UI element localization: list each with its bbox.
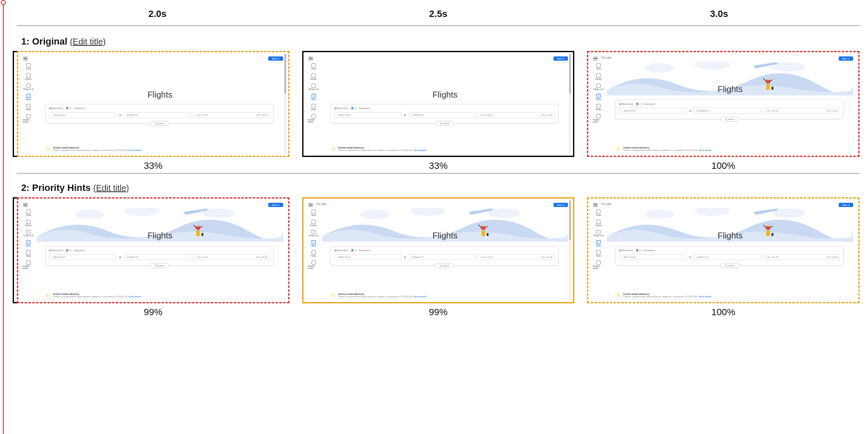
sidebar-item[interactable]: Flights — [308, 240, 320, 247]
origin-field[interactable]: ○ Where from? — [334, 112, 401, 118]
sign-in-button[interactable]: Sign in — [554, 56, 568, 61]
scrollbar[interactable] — [569, 200, 571, 300]
swap-icon[interactable]: ⇄ — [118, 256, 122, 259]
search-button[interactable]: 🔍 Search — [435, 263, 454, 268]
hamburger-icon[interactable] — [593, 57, 598, 60]
edit-title-link[interactable]: (Edit title) — [70, 37, 106, 46]
sidebar-item[interactable]: Vacation rentals — [308, 114, 320, 123]
trip-type-chip[interactable]: ⇄ Round trip ▾ — [619, 249, 633, 252]
scrollbar[interactable] — [284, 54, 287, 154]
search-button[interactable]: 🔍 Search — [435, 121, 454, 126]
hamburger-icon[interactable] — [309, 203, 313, 207]
sidebar-item[interactable]: Flights — [22, 94, 34, 101]
advisory-link[interactable]: More details — [699, 295, 712, 298]
advisory-link[interactable]: More details — [414, 149, 426, 151]
dates-field[interactable]: ▭ Fri, Oct 22Tue, Oct 26 — [763, 254, 840, 260]
sidebar-item[interactable]: Flights — [308, 94, 320, 101]
destination-field[interactable]: ◎ Where to? — [694, 254, 761, 260]
passengers-chip[interactable]: 👤 1 ▾ — [636, 103, 642, 105]
sidebar-item[interactable]: Things to do — [22, 84, 34, 90]
class-chip[interactable]: Economy ▾ — [645, 249, 655, 252]
sidebar-item[interactable]: Things to do — [593, 230, 604, 237]
hamburger-icon[interactable] — [23, 203, 28, 207]
sidebar-item[interactable]: Hotels — [22, 250, 34, 257]
sign-in-button[interactable]: Sign in — [554, 203, 568, 207]
trip-type-chip[interactable]: ⇄ Round trip ▾ — [619, 103, 633, 105]
sign-in-button[interactable]: Sign in — [268, 56, 283, 61]
advisory-link[interactable]: More details — [128, 295, 141, 298]
destination-field[interactable]: ◎ Where to? — [124, 254, 191, 260]
sidebar-item[interactable]: Vacation rentals — [593, 114, 604, 123]
swap-icon[interactable]: ⇄ — [403, 114, 407, 117]
origin-field[interactable]: ○ Where from? — [619, 108, 686, 114]
sign-in-button[interactable]: Sign in — [268, 203, 283, 207]
dates-field[interactable]: ▭ Fri, Oct 22Tue, Oct 26 — [478, 112, 555, 118]
edit-title-link[interactable]: (Edit title) — [93, 183, 129, 193]
trip-type-chip[interactable]: ⇄ Round trip ▾ — [334, 249, 348, 252]
sidebar-item[interactable]: Hotels — [593, 104, 604, 111]
sidebar-item[interactable]: Explore — [593, 220, 604, 227]
passengers-chip[interactable]: 👤 1 ▾ — [351, 107, 357, 109]
dates-field[interactable]: ▭ Fri, Oct 22Tue, Oct 26 — [478, 254, 555, 260]
trip-type-chip[interactable]: ⇄ Round trip ▾ — [334, 107, 348, 109]
sign-in-button[interactable]: Sign in — [839, 56, 853, 61]
class-chip[interactable]: Economy ▾ — [74, 249, 85, 252]
dates-field[interactable]: ▭ Fri, Oct 22Tue, Oct 26 — [192, 254, 270, 260]
swap-icon[interactable]: ⇄ — [688, 256, 692, 259]
hamburger-icon[interactable] — [23, 57, 28, 60]
swap-icon[interactable]: ⇄ — [118, 114, 122, 117]
search-button[interactable]: 🔍 Search — [720, 117, 739, 122]
sidebar-item[interactable]: Flights — [593, 240, 604, 247]
sidebar-item[interactable]: Explore — [308, 73, 320, 80]
sign-in-button[interactable]: Sign in — [839, 203, 853, 207]
filmstrip-frame[interactable]: Sign in TravelExploreThings to doFlights… — [302, 51, 575, 171]
advisory-link[interactable]: More details — [128, 149, 141, 151]
swap-icon[interactable]: ⇄ — [688, 109, 692, 112]
sidebar-item[interactable]: Hotels — [308, 104, 320, 111]
sidebar-item[interactable]: Things to do — [22, 230, 34, 237]
sidebar-item[interactable]: Vacation rentals — [593, 260, 604, 269]
destination-field[interactable]: ◎ Where to? — [694, 108, 761, 114]
origin-field[interactable]: ○ Where from? — [619, 254, 686, 260]
origin-field[interactable]: ○ Where from? — [49, 112, 116, 118]
sidebar-item[interactable]: Vacation rentals — [308, 260, 320, 269]
search-button[interactable]: 🔍 Search — [150, 121, 169, 126]
sidebar-item[interactable]: Vacation rentals — [22, 114, 34, 123]
passengers-chip[interactable]: 👤 1 ▾ — [66, 249, 72, 252]
sidebar-item[interactable]: Hotels — [593, 250, 604, 257]
sidebar-item[interactable]: Explore — [22, 73, 34, 80]
passengers-chip[interactable]: 👤 1 ▾ — [636, 249, 642, 252]
filmstrip-frame[interactable]: Sign in TravelExploreThings to doFlights… — [17, 197, 289, 318]
sidebar-item[interactable]: Vacation rentals — [22, 260, 34, 269]
scrollbar[interactable] — [569, 54, 571, 154]
sidebar-item[interactable]: Travel — [308, 63, 320, 70]
sidebar-item[interactable]: Travel — [593, 210, 604, 216]
sidebar-item[interactable]: Hotels — [308, 250, 320, 257]
class-chip[interactable]: Economy ▾ — [645, 103, 655, 105]
trip-type-chip[interactable]: ⇄ Round trip ▾ — [49, 249, 63, 252]
filmstrip-frame[interactable]: Sign in GoogleTravelExploreThings to doF… — [302, 197, 575, 318]
trip-type-chip[interactable]: ⇄ Round trip ▾ — [49, 107, 63, 109]
origin-field[interactable]: ○ Where from? — [334, 254, 401, 260]
sidebar-item[interactable]: Explore — [22, 220, 34, 227]
sidebar-item[interactable]: Things to do — [593, 84, 604, 90]
passengers-chip[interactable]: 👤 1 ▾ — [351, 249, 357, 252]
sidebar-item[interactable]: Things to do — [308, 230, 320, 237]
class-chip[interactable]: Economy ▾ — [359, 107, 370, 109]
destination-field[interactable]: ◎ Where to? — [409, 112, 476, 118]
sidebar-item[interactable]: Travel — [22, 210, 34, 216]
sidebar-item[interactable]: Travel — [593, 63, 604, 70]
sidebar-item[interactable]: Explore — [308, 220, 320, 227]
sidebar-item[interactable]: Flights — [593, 94, 604, 101]
search-button[interactable]: 🔍 Search — [150, 263, 169, 268]
passengers-chip[interactable]: 👤 1 ▾ — [66, 107, 72, 109]
hamburger-icon[interactable] — [309, 57, 313, 60]
sidebar-item[interactable]: Explore — [593, 73, 604, 80]
swap-icon[interactable]: ⇄ — [403, 256, 407, 259]
class-chip[interactable]: Economy ▾ — [359, 249, 370, 252]
sidebar-item[interactable]: Travel — [308, 210, 320, 216]
dates-field[interactable]: ▭ Fri, Oct 22Tue, Oct 26 — [763, 108, 840, 114]
hamburger-icon[interactable] — [593, 203, 598, 207]
filmstrip-frame[interactable]: Sign in TravelExploreThings to doFlights… — [17, 51, 289, 171]
advisory-link[interactable]: More details — [699, 149, 712, 151]
